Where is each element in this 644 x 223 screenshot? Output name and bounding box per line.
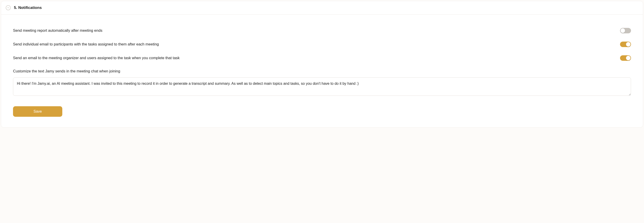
setting-auto-report: Send meeting report automatically after …	[13, 24, 631, 38]
toggle-knob	[626, 42, 630, 47]
section-title: 5. Notifications	[14, 6, 42, 10]
toggle-auto-report[interactable]	[620, 28, 631, 33]
setting-task-email: Send individual email to participants wi…	[13, 38, 631, 51]
setting-label: Send an email to the meeting organizer a…	[13, 55, 180, 61]
panel-body: Send meeting report automatically after …	[1, 15, 643, 127]
toggle-knob	[626, 56, 630, 60]
setting-completion-email: Send an email to the meeting organizer a…	[13, 51, 631, 65]
customize-label: Customize the text Jamy sends in the mee…	[13, 69, 631, 73]
customize-block: Customize the text Jamy sends in the mee…	[13, 65, 631, 97]
save-button[interactable]: Save	[13, 106, 62, 117]
notifications-panel: 5. Notifications Send meeting report aut…	[1, 1, 643, 127]
customize-textarea[interactable]	[13, 77, 631, 96]
setting-label: Send individual email to participants wi…	[13, 42, 159, 47]
setting-label: Send meeting report automatically after …	[13, 28, 102, 33]
toggle-task-email[interactable]	[620, 42, 631, 47]
panel-header[interactable]: 5. Notifications	[1, 1, 643, 15]
toggle-knob	[620, 28, 625, 33]
collapse-icon[interactable]	[6, 5, 11, 10]
toggle-completion-email[interactable]	[620, 55, 631, 61]
